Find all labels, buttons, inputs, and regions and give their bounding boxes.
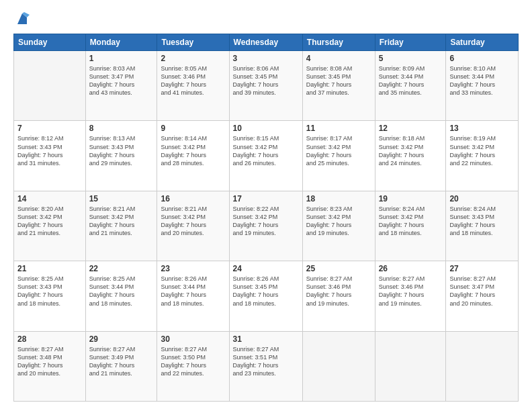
day-info: Sunrise: 8:24 AM Sunset: 3:42 PM Dayligh… — [379, 205, 443, 238]
calendar-header-wednesday: Wednesday — [229, 34, 302, 51]
day-info: Sunrise: 8:27 AM Sunset: 3:48 PM Dayligh… — [17, 345, 82, 378]
calendar-cell: 22Sunrise: 8:25 AM Sunset: 3:44 PM Dayli… — [85, 261, 157, 331]
day-info: Sunrise: 8:05 AM Sunset: 3:46 PM Dayligh… — [161, 64, 225, 97]
calendar-header-sunday: Sunday — [14, 34, 86, 51]
day-info: Sunrise: 8:27 AM Sunset: 3:49 PM Dayligh… — [89, 345, 154, 378]
day-number: 10 — [233, 124, 299, 133]
day-number: 27 — [449, 264, 515, 273]
day-number: 21 — [17, 264, 82, 273]
day-number: 30 — [161, 334, 225, 344]
day-number: 5 — [379, 54, 443, 63]
day-number: 26 — [379, 264, 443, 273]
day-number: 16 — [161, 194, 225, 203]
calendar-header-tuesday: Tuesday — [157, 34, 229, 51]
day-info: Sunrise: 8:27 AM Sunset: 3:51 PM Dayligh… — [233, 345, 299, 378]
day-info: Sunrise: 8:13 AM Sunset: 3:43 PM Dayligh… — [89, 134, 154, 167]
calendar-cell: 26Sunrise: 8:27 AM Sunset: 3:46 PM Dayli… — [375, 261, 446, 331]
calendar-cell: 19Sunrise: 8:24 AM Sunset: 3:42 PM Dayli… — [375, 191, 446, 261]
calendar-cell: 13Sunrise: 8:19 AM Sunset: 3:42 PM Dayli… — [446, 121, 519, 191]
day-number: 29 — [89, 334, 154, 344]
calendar-cell: 12Sunrise: 8:18 AM Sunset: 3:42 PM Dayli… — [375, 121, 446, 191]
day-info: Sunrise: 8:25 AM Sunset: 3:43 PM Dayligh… — [17, 275, 82, 308]
day-info: Sunrise: 8:06 AM Sunset: 3:45 PM Dayligh… — [233, 64, 299, 97]
calendar-header-monday: Monday — [85, 34, 157, 51]
day-number: 2 — [161, 54, 225, 63]
day-info: Sunrise: 8:19 AM Sunset: 3:42 PM Dayligh… — [449, 134, 515, 167]
calendar-cell: 16Sunrise: 8:21 AM Sunset: 3:42 PM Dayli… — [157, 191, 229, 261]
day-info: Sunrise: 8:22 AM Sunset: 3:42 PM Dayligh… — [233, 205, 299, 238]
day-number: 31 — [233, 334, 299, 344]
day-info: Sunrise: 8:14 AM Sunset: 3:42 PM Dayligh… — [161, 134, 225, 167]
calendar-cell: 5Sunrise: 8:09 AM Sunset: 3:44 PM Daylig… — [375, 51, 446, 121]
calendar-cell: 21Sunrise: 8:25 AM Sunset: 3:43 PM Dayli… — [14, 261, 86, 331]
day-info: Sunrise: 8:24 AM Sunset: 3:43 PM Dayligh… — [449, 205, 515, 238]
day-number: 7 — [17, 124, 82, 133]
calendar-cell: 24Sunrise: 8:26 AM Sunset: 3:45 PM Dayli… — [229, 261, 302, 331]
calendar-body: 1Sunrise: 8:03 AM Sunset: 3:47 PM Daylig… — [14, 51, 519, 402]
calendar-header-friday: Friday — [375, 34, 446, 51]
day-info: Sunrise: 8:20 AM Sunset: 3:42 PM Dayligh… — [17, 205, 82, 238]
calendar-week-2: 7Sunrise: 8:12 AM Sunset: 3:43 PM Daylig… — [14, 121, 519, 191]
day-info: Sunrise: 8:27 AM Sunset: 3:46 PM Dayligh… — [379, 275, 443, 308]
calendar-cell: 3Sunrise: 8:06 AM Sunset: 3:45 PM Daylig… — [229, 51, 302, 121]
day-info: Sunrise: 8:03 AM Sunset: 3:47 PM Dayligh… — [89, 64, 154, 97]
day-number: 15 — [89, 194, 154, 203]
day-info: Sunrise: 8:15 AM Sunset: 3:42 PM Dayligh… — [233, 134, 299, 167]
day-number: 25 — [306, 264, 371, 273]
calendar-cell: 28Sunrise: 8:27 AM Sunset: 3:48 PM Dayli… — [14, 331, 86, 401]
day-info: Sunrise: 8:17 AM Sunset: 3:42 PM Dayligh… — [306, 134, 371, 167]
calendar-week-5: 28Sunrise: 8:27 AM Sunset: 3:48 PM Dayli… — [14, 331, 519, 401]
logo-icon — [15, 12, 30, 27]
day-info: Sunrise: 8:10 AM Sunset: 3:44 PM Dayligh… — [449, 64, 515, 97]
day-number: 24 — [233, 264, 299, 273]
day-info: Sunrise: 8:21 AM Sunset: 3:42 PM Dayligh… — [161, 205, 225, 238]
calendar-header-saturday: Saturday — [446, 34, 519, 51]
day-info: Sunrise: 8:21 AM Sunset: 3:42 PM Dayligh… — [89, 205, 154, 238]
day-number: 12 — [379, 124, 443, 133]
calendar-cell: 9Sunrise: 8:14 AM Sunset: 3:42 PM Daylig… — [157, 121, 229, 191]
day-number: 18 — [306, 194, 371, 203]
calendar-cell: 25Sunrise: 8:27 AM Sunset: 3:46 PM Dayli… — [302, 261, 375, 331]
calendar-header-row: SundayMondayTuesdayWednesdayThursdayFrid… — [14, 34, 519, 51]
day-number: 1 — [89, 54, 154, 63]
day-number: 9 — [161, 124, 225, 133]
calendar-cell: 27Sunrise: 8:27 AM Sunset: 3:47 PM Dayli… — [446, 261, 519, 331]
day-info: Sunrise: 8:25 AM Sunset: 3:44 PM Dayligh… — [89, 275, 154, 308]
calendar-cell — [14, 51, 86, 121]
day-info: Sunrise: 8:26 AM Sunset: 3:44 PM Dayligh… — [161, 275, 225, 308]
calendar-cell — [302, 331, 375, 401]
calendar-week-4: 21Sunrise: 8:25 AM Sunset: 3:43 PM Dayli… — [14, 261, 519, 331]
calendar-week-3: 14Sunrise: 8:20 AM Sunset: 3:42 PM Dayli… — [14, 191, 519, 261]
day-number: 20 — [449, 194, 515, 203]
day-number: 14 — [17, 194, 82, 203]
calendar-cell: 6Sunrise: 8:10 AM Sunset: 3:44 PM Daylig… — [446, 51, 519, 121]
page: SundayMondayTuesdayWednesdayThursdayFrid… — [0, 0, 532, 411]
day-info: Sunrise: 8:08 AM Sunset: 3:45 PM Dayligh… — [306, 64, 371, 97]
calendar-cell: 1Sunrise: 8:03 AM Sunset: 3:47 PM Daylig… — [85, 51, 157, 121]
day-info: Sunrise: 8:26 AM Sunset: 3:45 PM Dayligh… — [233, 275, 299, 308]
day-info: Sunrise: 8:18 AM Sunset: 3:42 PM Dayligh… — [379, 134, 443, 167]
day-info: Sunrise: 8:27 AM Sunset: 3:46 PM Dayligh… — [306, 275, 371, 308]
calendar-cell — [375, 331, 446, 401]
day-number: 11 — [306, 124, 371, 133]
calendar-cell: 18Sunrise: 8:23 AM Sunset: 3:42 PM Dayli… — [302, 191, 375, 261]
day-number: 17 — [233, 194, 299, 203]
calendar-cell: 31Sunrise: 8:27 AM Sunset: 3:51 PM Dayli… — [229, 331, 302, 401]
calendar-cell — [446, 331, 519, 401]
day-number: 3 — [233, 54, 299, 63]
day-number: 8 — [89, 124, 154, 133]
calendar-cell: 17Sunrise: 8:22 AM Sunset: 3:42 PM Dayli… — [229, 191, 302, 261]
day-number: 6 — [449, 54, 515, 63]
calendar-header-thursday: Thursday — [302, 34, 375, 51]
day-number: 23 — [161, 264, 225, 273]
calendar-cell: 20Sunrise: 8:24 AM Sunset: 3:43 PM Dayli… — [446, 191, 519, 261]
header — [13, 12, 519, 27]
calendar: SundayMondayTuesdayWednesdayThursdayFrid… — [13, 34, 519, 402]
calendar-cell: 7Sunrise: 8:12 AM Sunset: 3:43 PM Daylig… — [14, 121, 86, 191]
calendar-cell: 11Sunrise: 8:17 AM Sunset: 3:42 PM Dayli… — [302, 121, 375, 191]
day-info: Sunrise: 8:09 AM Sunset: 3:44 PM Dayligh… — [379, 64, 443, 97]
calendar-cell: 15Sunrise: 8:21 AM Sunset: 3:42 PM Dayli… — [85, 191, 157, 261]
day-number: 4 — [306, 54, 371, 63]
day-number: 28 — [17, 334, 82, 344]
day-info: Sunrise: 8:23 AM Sunset: 3:42 PM Dayligh… — [306, 205, 371, 238]
